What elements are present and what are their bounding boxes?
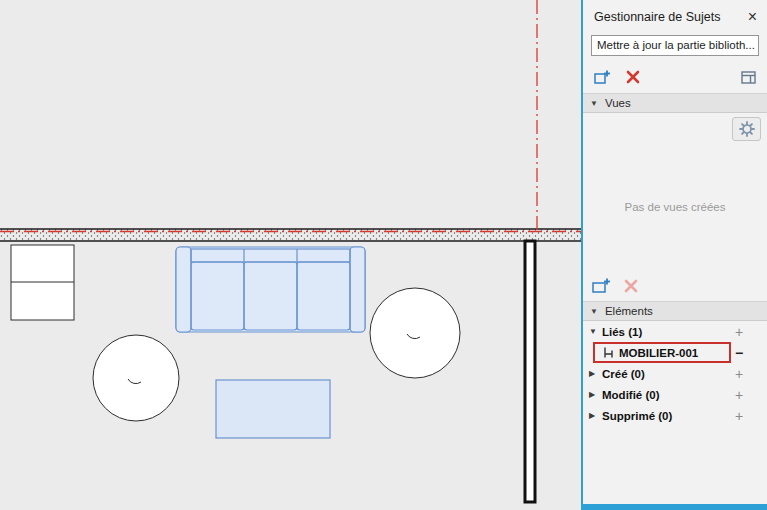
- tree-label-modifie: Modifié (0): [602, 389, 731, 401]
- expander-icon[interactable]: ▼: [589, 327, 602, 336]
- add-button[interactable]: +: [731, 409, 747, 423]
- wall-top[interactable]: [0, 229, 581, 241]
- tree-row-lies[interactable]: ▼ Liés (1) +: [583, 321, 767, 342]
- sofa[interactable]: [176, 247, 365, 332]
- panel-title: Gestionnaire de Sujets: [594, 10, 720, 24]
- empty-views-text: Pas de vues créées: [624, 201, 725, 213]
- tree-label-supprime: Supprimé (0): [602, 410, 731, 422]
- add-view-button[interactable]: [591, 277, 611, 295]
- tree-row-supprime[interactable]: ▶ Supprimé (0) +: [583, 405, 767, 426]
- views-toolbar: [583, 271, 767, 301]
- close-icon[interactable]: ×: [748, 9, 757, 25]
- tree-label-mobilier: MOBILIER-001: [619, 347, 731, 359]
- section-header-vues[interactable]: ▼ Vues: [583, 93, 767, 113]
- floor-plan-canvas[interactable]: [0, 0, 581, 510]
- panel-title-bar: Gestionnaire de Sujets ×: [583, 0, 767, 34]
- issue-manager-panel: Gestionnaire de Sujets × Mettre à jour l…: [581, 0, 767, 510]
- gear-icon: [738, 120, 756, 138]
- delete-view-button[interactable]: [623, 278, 639, 294]
- armchair-left[interactable]: [93, 335, 179, 421]
- add-view-icon: [591, 277, 611, 295]
- tree-row-mobilier[interactable]: MOBILIER-001 −: [583, 342, 767, 363]
- views-empty-area: Pas de vues créées: [583, 143, 767, 271]
- app-window: Gestionnaire de Sujets × Mettre à jour l…: [0, 0, 767, 510]
- coffee-table[interactable]: [216, 380, 330, 438]
- tree-row-cree[interactable]: ▶ Créé (0) +: [583, 363, 767, 384]
- issue-toolbar: [583, 61, 767, 93]
- armchair-right[interactable]: [370, 288, 460, 378]
- view-settings-row: [583, 113, 767, 143]
- issue-dropdown[interactable]: Mettre à jour la partie biblioth...: [591, 35, 759, 56]
- add-button[interactable]: +: [731, 367, 747, 381]
- issue-details-button[interactable]: [740, 70, 757, 85]
- view-settings-button[interactable]: [732, 117, 761, 141]
- remove-button[interactable]: −: [731, 346, 747, 360]
- add-button[interactable]: +: [731, 388, 747, 402]
- wall-column[interactable]: [525, 241, 535, 502]
- section-label-vues: Vues: [605, 97, 631, 109]
- new-issue-button[interactable]: [593, 69, 611, 86]
- issue-details-icon: [740, 70, 757, 85]
- new-issue-icon: [593, 69, 611, 86]
- delete-view-icon: [623, 278, 639, 294]
- expander-icon[interactable]: ▶: [589, 369, 602, 378]
- section-label-elements: Eléments: [605, 305, 653, 317]
- add-button[interactable]: +: [731, 325, 747, 339]
- library-part-icon: [602, 346, 619, 359]
- cabinet[interactable]: [11, 245, 74, 320]
- tree-row-modifie[interactable]: ▶ Modifié (0) +: [583, 384, 767, 405]
- collapse-triangle-icon[interactable]: ▼: [590, 99, 598, 108]
- delete-issue-icon: [625, 69, 641, 85]
- panel-filler: [583, 426, 767, 504]
- delete-issue-button[interactable]: [625, 69, 641, 85]
- tree-label-lies: Liés (1): [602, 326, 731, 338]
- tree-label-cree: Créé (0): [602, 368, 731, 380]
- issue-dropdown-value: Mettre à jour la partie biblioth...: [597, 39, 755, 51]
- floor-plan-drawing: [0, 0, 581, 510]
- section-header-elements[interactable]: ▼ Eléments: [583, 301, 767, 321]
- panel-bottom-accent: [583, 504, 767, 510]
- collapse-triangle-icon[interactable]: ▼: [590, 307, 598, 316]
- expander-icon[interactable]: ▶: [589, 411, 602, 420]
- expander-icon[interactable]: ▶: [589, 390, 602, 399]
- elements-tree: ▼ Liés (1) + MOBILIER-001 − ▶ Créé (0) +: [583, 321, 767, 426]
